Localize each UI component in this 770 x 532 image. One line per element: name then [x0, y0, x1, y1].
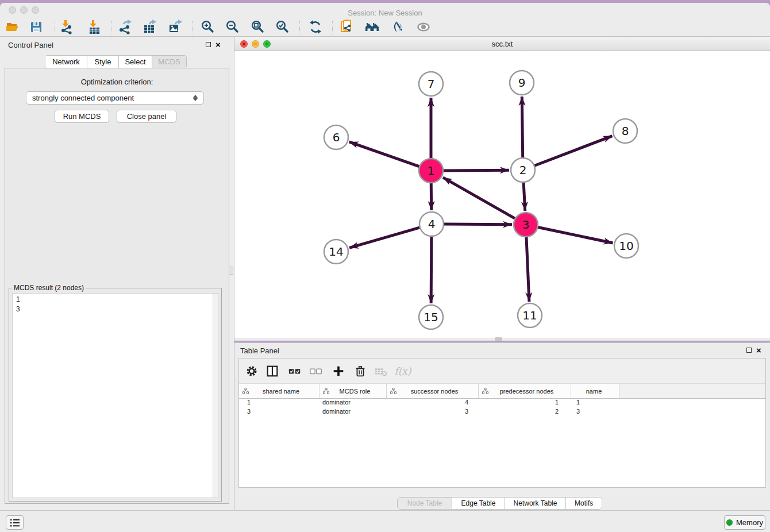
refresh-icon[interactable]: [307, 19, 324, 35]
import-table-icon[interactable]: [87, 19, 103, 35]
mcds-result-text[interactable]: 1 3: [12, 293, 218, 498]
column-type-icon: [482, 388, 488, 394]
panel-divider-grip[interactable]: [229, 267, 233, 275]
float-table-panel-icon[interactable]: [746, 348, 752, 353]
table-cell[interactable]: dominator: [319, 408, 387, 417]
graph-edge-1-6[interactable]: [349, 142, 421, 167]
main-toolbar: [0, 17, 770, 37]
column-header-mcds-role[interactable]: MCDS role: [319, 384, 387, 398]
graph-edge-1-4[interactable]: [431, 182, 432, 210]
gear-icon[interactable]: [243, 363, 260, 380]
graph-node-label-10: 10: [619, 239, 633, 253]
graph-edge-4-15[interactable]: [431, 235, 432, 303]
float-panel-icon[interactable]: [206, 42, 211, 47]
memory-label: Memory: [736, 518, 763, 527]
tab-edge-table[interactable]: Edge Table: [452, 498, 505, 509]
graph-edge-3-11[interactable]: [526, 236, 529, 302]
zoom-in-icon[interactable]: [200, 19, 216, 35]
export-network-icon[interactable]: [117, 19, 133, 35]
delete-row-icon[interactable]: [352, 363, 369, 380]
chevron-updown-icon: [193, 95, 198, 101]
add-row-icon[interactable]: [330, 363, 347, 380]
zoom-fit-icon[interactable]: [250, 19, 266, 35]
control-panel-tabs: Network Style Select MCDS: [45, 55, 187, 68]
toolbar-separator: [111, 21, 111, 34]
result-scrollbar[interactable]: [213, 294, 218, 498]
graph-edge-2-9[interactable]: [522, 97, 522, 159]
network-resize-grip[interactable]: [495, 337, 502, 341]
tab-style[interactable]: Style: [87, 56, 119, 68]
mcds-result-title: MCDS result (2 nodes): [11, 284, 86, 292]
split-column-icon[interactable]: [264, 363, 281, 380]
export-table-icon[interactable]: [142, 19, 158, 35]
table-cell[interactable]: 1: [571, 399, 619, 408]
task-history-button[interactable]: [6, 515, 24, 530]
table-panel-tabs: Node Table Edge Table Network Table Moti…: [397, 497, 602, 510]
graph-edge-2-8[interactable]: [533, 136, 613, 167]
network-window-title: scc.txt: [234, 40, 770, 48]
optimization-criterion-label: Optimization criterion:: [5, 78, 229, 86]
eye-icon[interactable]: [415, 19, 432, 35]
table-toolbar: f(x): [239, 358, 765, 384]
new-network-from-selection-icon[interactable]: [339, 19, 355, 35]
column-type-icon: [242, 388, 249, 394]
table-panel-title: Table Panel: [240, 346, 279, 355]
table-row-1[interactable]: 1dominator411: [239, 399, 765, 408]
network-window-titlebar[interactable]: scc.txt: [234, 37, 770, 51]
tab-node-table[interactable]: Node Table: [398, 498, 452, 509]
save-session-icon[interactable]: [28, 19, 44, 35]
column-header-name[interactable]: name: [571, 384, 619, 398]
close-table-panel-icon[interactable]: ×: [756, 348, 761, 353]
table-cell[interactable]: 1: [479, 399, 571, 408]
column-type-icon: [323, 388, 329, 394]
tab-motifs[interactable]: Motifs: [566, 498, 602, 509]
status-bar: Memory: [0, 510, 770, 532]
deselect-all-checkboxes-icon[interactable]: [307, 363, 325, 380]
graph-edge-3-10[interactable]: [537, 227, 613, 243]
table-cell[interactable]: 3: [387, 408, 479, 417]
table-cell[interactable]: 4: [387, 399, 479, 408]
node-table-body: 1dominator4113dominator323: [239, 399, 765, 487]
column-type-icon: [390, 388, 396, 394]
table-header-filler: [619, 384, 765, 398]
graph-node-label-14: 14: [329, 245, 343, 259]
graph-edge-4-14[interactable]: [349, 227, 421, 248]
close-panel-icon[interactable]: ×: [215, 42, 221, 47]
graph-edge-4-3[interactable]: [442, 224, 512, 225]
table-cell[interactable]: 3: [239, 408, 319, 417]
column-header-shared-name[interactable]: shared name: [239, 384, 319, 398]
network-bottom-strip: [234, 338, 770, 341]
visual-style-icon[interactable]: [390, 19, 406, 35]
table-cell[interactable]: 3: [571, 408, 619, 417]
run-mcds-button[interactable]: Run MCDS: [55, 110, 109, 123]
graph-edge-3-1[interactable]: [443, 178, 517, 219]
close-panel-button[interactable]: Close panel: [117, 110, 176, 123]
open-session-icon[interactable]: [5, 19, 21, 35]
criterion-value: strongly connected component: [32, 94, 134, 102]
criterion-select[interactable]: strongly connected component: [26, 91, 204, 105]
tab-mcds[interactable]: MCDS: [152, 56, 186, 68]
memory-button[interactable]: Memory: [724, 515, 765, 530]
zoom-selected-icon[interactable]: [275, 19, 291, 35]
table-cell[interactable]: 1: [239, 399, 319, 408]
table-row-2[interactable]: 3dominator323: [239, 408, 765, 417]
select-all-checkboxes-icon[interactable]: [286, 363, 303, 380]
app-titlebar: Session: New Session: [0, 3, 770, 17]
graph-edge-2-3[interactable]: [523, 181, 525, 211]
table-cell[interactable]: dominator: [319, 399, 387, 408]
function-builder-icon: f(x): [394, 363, 411, 380]
graph-edge-1-2[interactable]: [442, 170, 509, 171]
import-network-icon[interactable]: [59, 19, 75, 35]
tab-network[interactable]: Network: [45, 56, 87, 68]
tab-network-table[interactable]: Network Table: [505, 498, 566, 509]
home-icon[interactable]: [364, 19, 380, 35]
export-image-icon[interactable]: [167, 19, 183, 35]
zoom-out-icon[interactable]: [225, 19, 241, 35]
column-header-successor-nodes[interactable]: successor nodes: [387, 384, 479, 398]
column-header-predecessor-nodes[interactable]: predecessor nodes: [479, 384, 571, 398]
network-graph-canvas[interactable]: 7968124314101511: [234, 51, 770, 338]
graph-node-label-4: 4: [428, 217, 436, 231]
table-cell[interactable]: 2: [479, 408, 571, 417]
tab-select[interactable]: Select: [119, 56, 152, 68]
toolbar-separator: [332, 21, 333, 34]
